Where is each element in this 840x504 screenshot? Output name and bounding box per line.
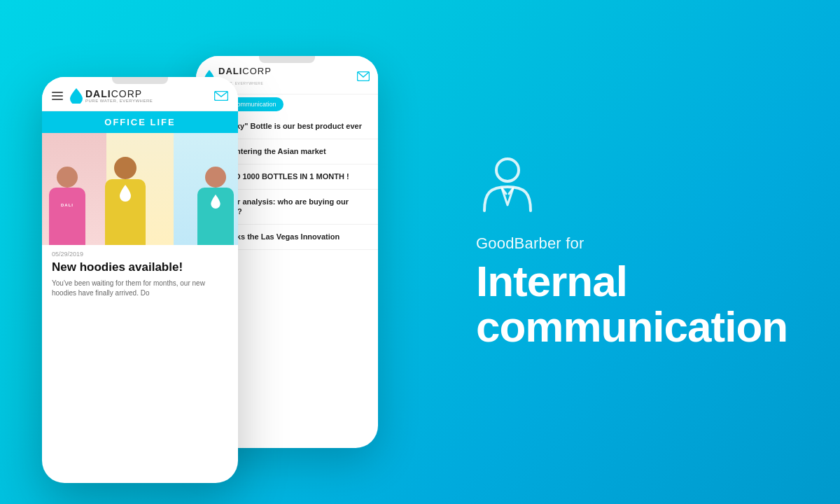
person-1-logo: DALI xyxy=(61,203,74,207)
person-1-head xyxy=(57,167,78,188)
person-3-head xyxy=(205,167,226,188)
person-2 xyxy=(105,157,146,245)
article-preview: You've been waiting for them for months,… xyxy=(42,279,238,298)
person-1-body: DALI xyxy=(49,188,85,245)
article-date: 05/29/2019 xyxy=(42,245,238,260)
front-drop-icon xyxy=(70,88,83,104)
right-content: GoodBarber for Internal communication xyxy=(476,155,798,349)
phone-front: DALICORP PURE WATER, EVERYWHERE OFFICE L… xyxy=(42,77,238,483)
person-1: DALI xyxy=(49,167,85,245)
person-icon xyxy=(476,155,539,218)
back-brand-name: DALICORP WATER, EVERYWHERE xyxy=(218,66,357,87)
svg-point-0 xyxy=(496,159,519,181)
hamburger-icon[interactable] xyxy=(52,92,63,100)
headline: Internal communication xyxy=(476,258,798,349)
person-3-drop-logo xyxy=(210,195,221,209)
person-3-body xyxy=(197,188,234,245)
phone-front-notch xyxy=(112,77,168,84)
hoodie-scene: DALI xyxy=(42,133,238,245)
tagline-text: GoodBarber for xyxy=(476,234,798,253)
front-mail-icon[interactable] xyxy=(214,91,228,101)
phones-container: DALICORP WATER, EVERYWHERE ng Communicat… xyxy=(42,35,448,469)
back-mail-icon xyxy=(357,71,370,81)
front-brand-name: DALICORP xyxy=(85,89,153,99)
front-brand-subtitle: PURE WATER, EVERYWHERE xyxy=(85,99,153,103)
headline-line1: Internal xyxy=(476,258,798,304)
headline-line2: communication xyxy=(476,304,798,349)
person-3 xyxy=(197,167,234,245)
phone-back-notch xyxy=(259,56,315,63)
person-2-body xyxy=(105,179,146,245)
main-scene: GoodBarber for Internal communication DA… xyxy=(0,0,840,504)
front-logo-text: DALICORP PURE WATER, EVERYWHERE xyxy=(85,89,153,103)
person-2-head xyxy=(114,157,136,179)
person-2-drop-logo xyxy=(119,185,132,202)
front-logo: DALICORP PURE WATER, EVERYWHERE xyxy=(70,88,214,104)
article-title[interactable]: New hoodies available! xyxy=(42,260,238,279)
office-life-banner: OFFICE LIFE xyxy=(42,111,238,133)
